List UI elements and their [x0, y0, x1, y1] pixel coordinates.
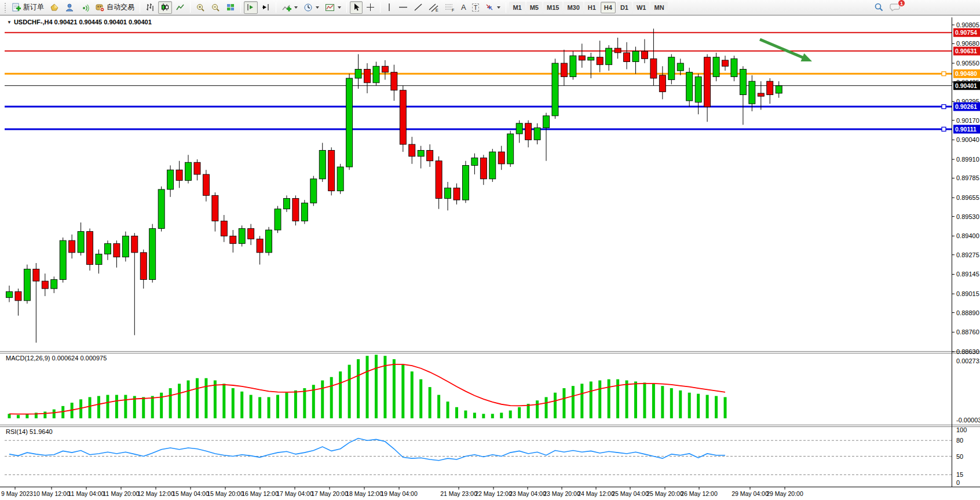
- timeframe-button-M15[interactable]: M15: [543, 2, 562, 13]
- candle: [400, 90, 406, 144]
- arrows-tool-button[interactable]: [482, 1, 503, 14]
- new-order-button[interactable]: 新订单: [9, 1, 46, 14]
- notification-badge: 1: [898, 0, 905, 7]
- candle: [167, 170, 174, 189]
- strategy-tester-button[interactable]: [78, 1, 92, 14]
- price-tick-label: 0.88760: [956, 329, 979, 335]
- zoom-out-icon: [211, 3, 220, 12]
- timeframe-button-M30[interactable]: M30: [564, 2, 583, 13]
- time-tick-label: 21 May 23:00: [440, 490, 477, 497]
- timeframe-button-H4[interactable]: H4: [601, 2, 616, 13]
- terminal-button[interactable]: [63, 1, 76, 14]
- timeframe-button-M5[interactable]: M5: [526, 2, 542, 13]
- macd-histogram-bar: [482, 414, 485, 418]
- candle: [534, 128, 540, 140]
- price-badge-label: 0.90111: [955, 126, 977, 133]
- zoom-out-button[interactable]: [209, 1, 222, 14]
- fibonacci-tool-button[interactable]: F: [443, 1, 458, 14]
- macd-histogram-bar: [643, 382, 646, 418]
- tile-windows-button[interactable]: [224, 1, 237, 14]
- trendline-tool-button[interactable]: [411, 1, 425, 14]
- macd-histogram-bar: [590, 381, 593, 418]
- candle: [33, 269, 39, 281]
- auto-scroll-button[interactable]: [244, 1, 258, 14]
- toolbar-separator: [380, 2, 381, 13]
- crosshair-tool-button[interactable]: [364, 1, 377, 14]
- candle: [355, 69, 361, 78]
- zoom-in-button[interactable]: [193, 1, 207, 14]
- candlestick-chart-button[interactable]: [158, 1, 172, 14]
- price-tick-label: 0.89530: [956, 213, 979, 220]
- bar-chart-button[interactable]: [143, 1, 157, 14]
- macd-histogram-bar: [303, 388, 306, 418]
- indicators-button[interactable]: [279, 1, 300, 14]
- price-tick-label: 0.89655: [956, 194, 979, 201]
- timeframe-button-MN[interactable]: MN: [650, 2, 667, 13]
- chart-shift-button[interactable]: [259, 1, 273, 14]
- macd-histogram-bar: [366, 356, 369, 418]
- horizontal-line-icon: [398, 3, 408, 12]
- macd-histogram-bar: [688, 393, 691, 418]
- macd-histogram-bar: [240, 392, 243, 418]
- price-tick-label: 0.88630: [956, 348, 979, 355]
- candle: [266, 230, 272, 253]
- candle: [140, 253, 147, 280]
- macd-histogram-bar: [527, 404, 530, 418]
- candle: [69, 240, 75, 253]
- cursor-tool-button[interactable]: [350, 1, 363, 14]
- dropdown-caret: [338, 6, 341, 9]
- hline-handle[interactable]: [942, 127, 946, 131]
- macd-histogram-bar: [419, 379, 422, 418]
- terminal-icon: [65, 3, 74, 12]
- chart-window[interactable]: 0.908050.906800.905500.904250.902950.901…: [0, 15, 980, 500]
- chart-collapse-arrow[interactable]: ▼: [7, 20, 12, 25]
- auto-scroll-icon: [246, 3, 255, 12]
- hline-handle[interactable]: [942, 72, 946, 76]
- horizontal-line-tool-button[interactable]: [396, 1, 410, 14]
- time-tick-label: 25 May 20:00: [646, 490, 683, 497]
- candle: [283, 199, 290, 209]
- vertical-line-tool-button[interactable]: [383, 1, 395, 14]
- price-tick-label: 0.90170: [956, 117, 979, 124]
- time-tick-label: 25 May 04:00: [612, 490, 649, 497]
- candle: [659, 75, 665, 92]
- candle: [391, 72, 397, 90]
- fibonacci-icon: F: [445, 3, 455, 12]
- candle: [713, 57, 719, 77]
- channel-tool-button[interactable]: E: [426, 1, 441, 14]
- periods-button[interactable]: [301, 1, 321, 14]
- toolbar: 新订单 自动交易: [0, 0, 980, 15]
- text-label-tool-button[interactable]: T: [470, 1, 482, 14]
- text-tool-button[interactable]: A: [459, 1, 469, 14]
- macd-histogram-bar: [357, 359, 360, 418]
- macd-histogram-bar: [258, 397, 261, 418]
- chart-canvas[interactable]: 0.908050.906800.905500.904250.902950.901…: [0, 15, 980, 500]
- timeframe-button-W1[interactable]: W1: [633, 2, 650, 13]
- time-tick-label: 17 May 04:00: [276, 490, 313, 497]
- candle: [624, 53, 630, 62]
- toolbar-right-group: 1: [871, 1, 904, 14]
- candle: [570, 56, 576, 76]
- autotrading-label: 自动交易: [107, 2, 134, 12]
- timeframe-button-H1[interactable]: H1: [584, 2, 599, 13]
- templates-button[interactable]: [323, 1, 343, 14]
- macd-histogram-bar: [580, 384, 583, 418]
- search-button[interactable]: [871, 1, 886, 14]
- candle: [212, 195, 218, 221]
- timeframe-button-D1[interactable]: D1: [617, 2, 632, 13]
- autotrading-button[interactable]: 自动交易: [93, 1, 137, 14]
- rsi-scale-label: 15: [956, 471, 963, 478]
- hline-handle[interactable]: [942, 105, 946, 109]
- notifications-button[interactable]: 1: [887, 1, 903, 14]
- macd-histogram-bar: [491, 414, 494, 418]
- candle: [543, 116, 550, 128]
- candle: [149, 228, 156, 279]
- macd-histogram-bar: [634, 381, 637, 418]
- signal-icon: [80, 3, 89, 12]
- time-tick-label: 18 May 12:00: [346, 490, 383, 497]
- macd-histogram-bar: [455, 407, 458, 418]
- timeframe-button-M1[interactable]: M1: [509, 2, 525, 13]
- line-chart-button[interactable]: [173, 1, 187, 14]
- macd-histogram-bar: [17, 415, 20, 418]
- metaeditor-button[interactable]: [47, 1, 61, 14]
